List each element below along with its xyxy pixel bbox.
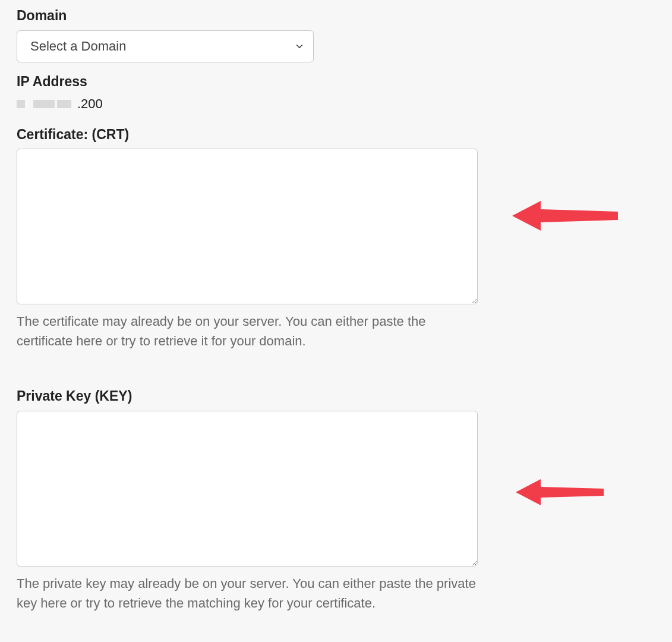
domain-select-placeholder: Select a Domain bbox=[30, 39, 126, 54]
domain-label: Domain bbox=[17, 7, 655, 24]
redacted-segment bbox=[57, 100, 71, 108]
private-key-field: Private Key (KEY) The private key may al… bbox=[17, 388, 655, 613]
private-key-textarea[interactable] bbox=[17, 411, 478, 567]
certificate-help-text: The certificate may already be on your s… bbox=[17, 311, 478, 351]
certificate-textarea[interactable] bbox=[17, 149, 478, 304]
domain-field: Domain Select a Domain bbox=[17, 7, 655, 62]
private-key-help-text: The private key may already be on your s… bbox=[17, 574, 478, 613]
redacted-segment bbox=[17, 100, 25, 108]
ip-address-label: IP Address bbox=[17, 73, 655, 90]
ip-visible-suffix: .200 bbox=[77, 96, 103, 112]
spacer bbox=[17, 365, 655, 388]
ip-address-value: .200 bbox=[17, 96, 655, 112]
redacted-segment bbox=[33, 100, 55, 108]
certificate-label: Certificate: (CRT) bbox=[17, 126, 655, 143]
ssl-form-page: Domain Select a Domain IP Address .200 C… bbox=[0, 0, 672, 642]
ip-address-field: IP Address .200 bbox=[17, 73, 655, 112]
private-key-label: Private Key (KEY) bbox=[17, 388, 655, 405]
domain-select[interactable]: Select a Domain bbox=[17, 30, 314, 62]
certificate-field: Certificate: (CRT) The certificate may a… bbox=[17, 126, 655, 351]
chevron-down-icon bbox=[294, 41, 305, 52]
